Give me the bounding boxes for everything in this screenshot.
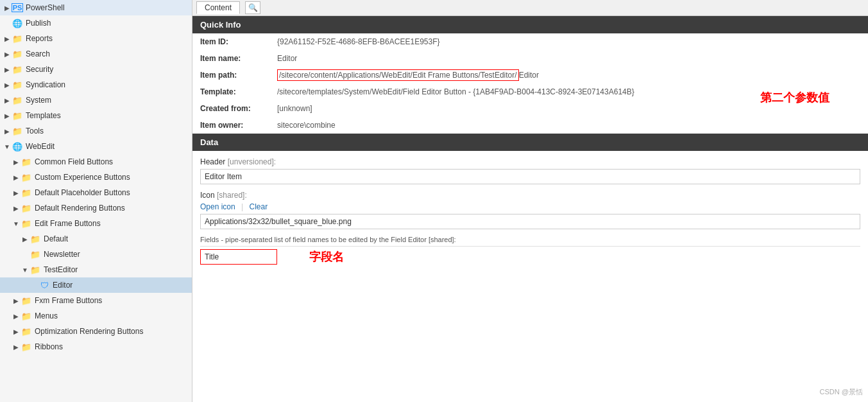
toggle-webedit[interactable]: ▼ <box>3 143 12 150</box>
sidebar-item-label-testeditor: TestEditor <box>44 265 78 274</box>
toggle-security[interactable]: ▶ <box>3 66 12 73</box>
folder-icon: 📁 <box>21 341 32 353</box>
watermark: CSDN @景恬 <box>820 387 863 397</box>
sidebar-item-security[interactable]: ▶📁Security <box>0 62 192 77</box>
folder-icon: 📁 <box>30 264 41 275</box>
sidebar-item-webedit[interactable]: ▼🌐WebEdit <box>0 139 192 154</box>
toggle-ribbons[interactable]: ▶ <box>12 344 21 351</box>
sidebar-item-reports[interactable]: ▶📁Reports <box>0 31 192 46</box>
sidebar-item-label-templates: Templates <box>26 111 61 120</box>
sidebar-item-edit-frame-buttons[interactable]: ▼📁Edit Frame Buttons <box>0 216 192 231</box>
sidebar-item-powershell[interactable]: ▶PSPowerShell <box>0 0 192 15</box>
toggle-testeditor[interactable]: ▼ <box>21 267 30 274</box>
toggle-menus[interactable]: ▶ <box>12 313 21 320</box>
annotation-second-param: 第二个参数值 <box>760 90 830 105</box>
sidebar-item-menus[interactable]: ▶📁Menus <box>0 308 192 324</box>
toggle-templates[interactable]: ▶ <box>3 112 12 119</box>
sidebar-item-label-editor: Editor <box>53 281 72 290</box>
folder-icon: 📁 <box>21 156 32 168</box>
folder-icon: 📁 <box>12 33 23 44</box>
toggle-optimization-rendering-buttons[interactable]: ▶ <box>12 328 21 335</box>
toggle-syndication[interactable]: ▶ <box>3 82 12 89</box>
sidebar-item-label-webedit: WebEdit <box>26 142 55 151</box>
sidebar-item-label-newsletter: Newsletter <box>44 250 80 259</box>
folder-icon: 📁 <box>21 202 32 214</box>
sidebar-item-common-field-buttons[interactable]: ▶📁Common Field Buttons <box>0 154 192 170</box>
toggle-tools[interactable]: ▶ <box>3 128 12 135</box>
toggle-powershell[interactable]: ▶ <box>3 4 12 12</box>
folder-icon: 📁 <box>21 218 32 229</box>
sidebar-item-fxm-frame-buttons[interactable]: ▶📁Fxm Frame Buttons <box>0 293 192 308</box>
item-owner-value: sitecore\combine <box>269 117 868 134</box>
table-row: Item owner: sitecore\combine <box>192 117 868 134</box>
main-wrapper: Content 🔍 Quick Info 第二个参数值 Item ID: {92… <box>192 0 868 402</box>
sidebar-item-default-rendering-buttons[interactable]: ▶📁Default Rendering Buttons <box>0 200 192 216</box>
sidebar-item-label-reports: Reports <box>26 34 53 43</box>
sidebar-item-label-powershell: PowerShell <box>26 3 65 12</box>
toggle-search[interactable]: ▶ <box>3 51 12 58</box>
toggle-system[interactable]: ▶ <box>3 97 12 104</box>
sidebar-item-system[interactable]: ▶📁System <box>0 92 192 108</box>
open-icon-link[interactable]: Open icon <box>200 202 235 211</box>
sidebar-item-label-edit-frame-buttons: Edit Frame Buttons <box>35 219 101 228</box>
powershell-icon: PS <box>12 2 23 13</box>
shield-icon: 🛡 <box>38 279 50 291</box>
sidebar-item-label-custom-experience-buttons: Custom Experience Buttons <box>35 173 130 182</box>
item-owner-label: Item owner: <box>192 117 269 134</box>
tab-content[interactable]: Content <box>196 1 240 14</box>
fields-input[interactable] <box>200 249 277 265</box>
sidebar-item-default[interactable]: ▶📁Default <box>0 231 192 247</box>
header-field-input[interactable] <box>200 169 860 184</box>
globe-icon: 🌐 <box>12 141 23 152</box>
item-path-value: /sitecore/content/Applications/WebEdit/E… <box>269 67 868 83</box>
sidebar-item-testeditor[interactable]: ▼📁TestEditor <box>0 262 192 277</box>
icon-field-input[interactable] <box>200 214 860 229</box>
sidebar-item-editor[interactable]: 🛡Editor <box>0 277 192 293</box>
folder-icon: 📁 <box>12 94 23 106</box>
top-bar: Content 🔍 <box>192 0 868 16</box>
sidebar-item-label-optimization-rendering-buttons: Optimization Rendering Buttons <box>35 327 143 336</box>
folder-icon: 📁 <box>21 187 32 198</box>
sidebar-item-label-tools: Tools <box>26 127 44 135</box>
clear-link[interactable]: Clear <box>250 202 268 211</box>
sidebar-item-ribbons[interactable]: ▶📁Ribbons <box>0 339 192 354</box>
toggle-common-field-buttons[interactable]: ▶ <box>12 159 21 166</box>
sidebar-item-optimization-rendering-buttons[interactable]: ▶📁Optimization Rendering Buttons <box>0 324 192 339</box>
created-from-label: Created from: <box>192 100 269 117</box>
search-button[interactable]: 🔍 <box>245 1 260 14</box>
sidebar-item-search[interactable]: ▶📁Search <box>0 46 192 62</box>
folder-icon: 📁 <box>12 48 23 60</box>
header-field-label: Header [unversioned]: <box>200 157 860 166</box>
template-label: Template: <box>192 83 269 100</box>
sidebar-item-syndication[interactable]: ▶📁Syndication <box>0 77 192 92</box>
folder-icon: 📁 <box>12 110 23 121</box>
icon-field-label: Icon [shared]: <box>200 191 860 200</box>
toggle-default[interactable]: ▶ <box>21 236 30 243</box>
item-name-label: Item name: <box>192 50 269 67</box>
item-id-value: {92A61152-F52E-4686-8EFB-B6ACEE1E953F} <box>269 33 868 50</box>
sidebar-item-default-placeholder-buttons[interactable]: ▶📁Default Placeholder Buttons <box>0 185 192 200</box>
item-path-suffix: Editor <box>519 71 539 80</box>
toggle-reports[interactable]: ▶ <box>3 35 12 42</box>
sidebar-item-custom-experience-buttons[interactable]: ▶📁Custom Experience Buttons <box>0 170 192 185</box>
sidebar-item-label-fxm-frame-buttons: Fxm Frame Buttons <box>35 296 102 305</box>
folder-icon: 📁 <box>12 125 23 137</box>
folder-icon: 📁 <box>21 295 32 306</box>
sidebar-item-label-default-rendering-buttons: Default Rendering Buttons <box>35 204 125 213</box>
folder-icon: 📁 <box>21 326 32 337</box>
toggle-default-rendering-buttons[interactable]: ▶ <box>12 205 21 212</box>
sidebar-item-tools[interactable]: ▶📁Tools <box>0 123 192 139</box>
data-section-header: Data <box>192 134 868 151</box>
toggle-default-placeholder-buttons[interactable]: ▶ <box>12 189 21 197</box>
table-row: Item ID: {92A61152-F52E-4686-8EFB-B6ACEE… <box>192 33 868 50</box>
quickinfo-table: Item ID: {92A61152-F52E-4686-8EFB-B6ACEE… <box>192 33 868 134</box>
data-section: Header [unversioned]: Icon [shared]: Ope… <box>192 151 868 271</box>
sidebar-item-publish[interactable]: 🌐Publish <box>0 15 192 31</box>
toggle-fxm-frame-buttons[interactable]: ▶ <box>12 297 21 304</box>
content-area: Quick Info 第二个参数值 Item ID: {92A61152-F52… <box>192 16 868 402</box>
table-row: Item name: Editor <box>192 50 868 67</box>
sidebar-item-templates[interactable]: ▶📁Templates <box>0 108 192 123</box>
toggle-custom-experience-buttons[interactable]: ▶ <box>12 174 21 181</box>
sidebar-item-newsletter[interactable]: 📁Newsletter <box>0 247 192 262</box>
toggle-edit-frame-buttons[interactable]: ▼ <box>12 220 21 227</box>
